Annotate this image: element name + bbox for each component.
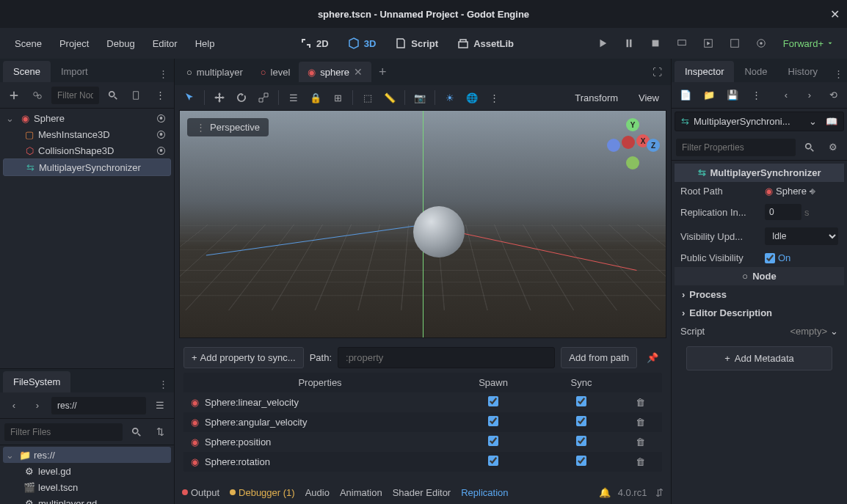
tree-node-mesh[interactable]: ▢ MeshInstance3D ⦿	[3, 126, 171, 142]
doc-icon[interactable]: 📖	[826, 116, 837, 127]
delete-icon[interactable]: 🗑	[625, 437, 655, 448]
prop-replication-interval-input[interactable]	[765, 204, 801, 220]
fs-forward-button[interactable]: ›	[28, 396, 47, 415]
prop-public-visibility-checkbox[interactable]	[765, 253, 775, 263]
bottom-tab-output[interactable]: Output	[182, 487, 219, 498]
menu-project[interactable]: Project	[52, 34, 96, 54]
mode-3d-button[interactable]: 3D	[341, 33, 384, 54]
environment-tool[interactable]: 🌐	[462, 87, 482, 108]
gizmo-y[interactable]: Y	[626, 118, 639, 131]
play-button[interactable]	[592, 33, 613, 54]
spawn-checkbox[interactable]	[488, 456, 498, 466]
snap-tool[interactable]: ⬚	[357, 87, 378, 108]
list-tool[interactable]: ☰	[283, 87, 304, 108]
play-custom-button[interactable]	[724, 33, 745, 54]
fs-sort-icon[interactable]: ⇅	[150, 423, 170, 442]
add-property-button[interactable]: + Add property to sync...	[183, 347, 304, 368]
tree-node-root[interactable]: ⌄ ◉ Sphere ⦿	[3, 110, 171, 126]
fs-filter-input[interactable]	[4, 423, 123, 441]
attach-script-button[interactable]	[127, 86, 146, 105]
movie-button[interactable]	[751, 33, 771, 54]
process-group[interactable]: › Process	[675, 285, 844, 304]
mode-assetlib-button[interactable]: AssetLib	[450, 33, 521, 54]
bottom-tab-debugger[interactable]: Debugger (1)	[230, 487, 295, 498]
history-refresh-icon[interactable]: ⟲	[824, 86, 843, 105]
expand-icon[interactable]: ⌄	[6, 113, 16, 124]
gizmo-neg[interactable]	[607, 139, 620, 152]
fs-file[interactable]: ⚙ level.gd	[3, 463, 171, 479]
tab-filesystem[interactable]: FileSystem	[3, 371, 70, 392]
pause-button[interactable]	[619, 33, 639, 54]
filter-nodes-input[interactable]	[51, 87, 99, 104]
visibility-icon[interactable]: ⦿	[153, 129, 168, 140]
save-resource-icon[interactable]: 💾	[723, 86, 742, 105]
play-scene-button[interactable]	[698, 33, 719, 54]
sync-checkbox[interactable]	[576, 416, 586, 426]
ruler-tool[interactable]: 📏	[379, 87, 400, 108]
inspector-more-icon[interactable]: ⋮	[746, 86, 766, 105]
sphere-mesh[interactable]	[413, 206, 465, 258]
close-tab-icon[interactable]: ✕	[354, 66, 363, 78]
menu-help[interactable]: Help	[188, 34, 222, 54]
filter-properties-input[interactable]	[676, 139, 796, 156]
add-node-button[interactable]	[4, 86, 23, 105]
delete-icon[interactable]: 🗑	[625, 397, 655, 408]
add-scene-tab[interactable]: +	[371, 62, 394, 83]
tree-node-collision[interactable]: ⬡ CollisionShape3D ⦿	[3, 142, 171, 158]
fs-file[interactable]: 🎬 level.tscn	[3, 479, 171, 495]
prop-root-path-value[interactable]: Sphere	[776, 186, 807, 197]
orientation-gizmo[interactable]: Y X Z	[607, 118, 658, 169]
bottom-tab-replication[interactable]: Replication	[461, 487, 508, 498]
scale-tool[interactable]	[253, 87, 274, 108]
renderer-dropdown[interactable]: Forward+	[777, 35, 840, 52]
inspector-dock-options[interactable]: ⋮	[828, 65, 847, 82]
tab-inspector[interactable]: Inspector	[675, 61, 734, 82]
prop-visibility-update-select[interactable]: Idle	[765, 227, 838, 245]
sync-checkbox[interactable]	[576, 456, 586, 466]
mode-script-button[interactable]: Script	[388, 33, 446, 54]
node-section-header[interactable]: ○ Node	[675, 267, 844, 285]
path-input[interactable]	[338, 347, 555, 368]
history-back-icon[interactable]: ‹	[777, 86, 796, 105]
fs-dock-options[interactable]: ⋮	[153, 376, 174, 392]
stop-button[interactable]	[645, 33, 666, 54]
menu-scene[interactable]: Scene	[7, 34, 49, 54]
sync-checkbox[interactable]	[576, 436, 586, 446]
select-tool[interactable]	[179, 87, 200, 108]
transform-menu[interactable]: Transform	[567, 90, 625, 106]
tab-node[interactable]: Node	[734, 61, 777, 82]
sync-checkbox[interactable]	[576, 396, 586, 406]
tree-node-multiplayer-sync[interactable]: ⇆ MultiplayerSynchronizer	[3, 158, 171, 176]
group-tool[interactable]: ⊞	[327, 87, 348, 108]
search-icon[interactable]	[103, 86, 123, 105]
mode-2d-button[interactable]: 2D	[293, 33, 336, 54]
expand-viewport-icon[interactable]: ⛶	[647, 64, 668, 81]
scene-more-icon[interactable]: ⋮	[150, 86, 170, 105]
delete-icon[interactable]: 🗑	[625, 456, 655, 467]
gizmo-center[interactable]	[622, 136, 635, 149]
add-from-path-button[interactable]: Add from path	[561, 347, 637, 368]
perspective-dropdown[interactable]: ⋮ Perspective	[187, 118, 269, 136]
script-value[interactable]: <empty>	[790, 326, 827, 337]
instance-button[interactable]	[28, 86, 47, 105]
filter-settings-icon[interactable]: ⚙	[824, 138, 843, 157]
visibility-icon[interactable]: ⦿	[153, 145, 168, 156]
load-resource-icon[interactable]: 📁	[699, 86, 719, 105]
fs-split-icon[interactable]: ☰	[150, 396, 170, 415]
camera-tool[interactable]: 📷	[410, 87, 430, 108]
expand-bottom-icon[interactable]: ⇵	[655, 487, 664, 498]
history-forward-icon[interactable]: ›	[800, 86, 819, 105]
search-icon[interactable]	[800, 138, 819, 157]
menu-debug[interactable]: Debug	[99, 34, 142, 54]
assign-icon[interactable]: ⎆	[810, 186, 815, 197]
visibility-icon[interactable]: ⦿	[153, 113, 168, 124]
rotate-tool[interactable]	[231, 87, 252, 108]
fs-file[interactable]: ⚙ multiplayer.gd	[3, 495, 171, 504]
sun-tool[interactable]: ☀	[440, 87, 460, 108]
scene-tab-sphere[interactable]: ◉ sphere ✕	[299, 62, 371, 82]
tab-history[interactable]: History	[778, 61, 828, 82]
more-tools[interactable]: ⋮	[484, 87, 504, 108]
fs-path-input[interactable]	[51, 397, 146, 414]
spawn-checkbox[interactable]	[488, 416, 498, 426]
search-icon[interactable]	[127, 423, 146, 442]
